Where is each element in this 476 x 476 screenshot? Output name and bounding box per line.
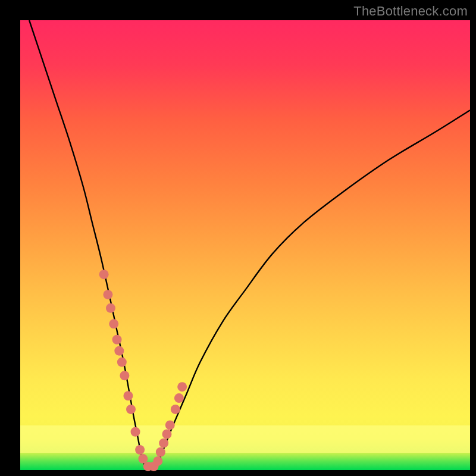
highlight-dot	[165, 420, 175, 430]
highlight-dot	[159, 439, 168, 448]
highlight-dot	[123, 391, 133, 400]
highlight-dot	[177, 382, 187, 392]
highlight-dot	[103, 290, 112, 299]
highlight-dot	[131, 427, 140, 437]
chart-svg	[20, 20, 470, 470]
highlight-dot	[171, 405, 180, 414]
highlight-dot	[120, 371, 129, 380]
highlight-dot	[126, 405, 136, 414]
highlight-dot	[109, 319, 118, 328]
highlight-dot	[112, 335, 122, 345]
highlight-dot	[153, 456, 162, 466]
chart-frame: TheBottleneck.com	[0, 0, 476, 476]
plot-area	[20, 20, 470, 470]
highlight-dot	[156, 447, 165, 457]
highlight-dot	[174, 393, 184, 403]
bottleneck-curve	[29, 20, 470, 469]
highlight-dots-group	[99, 270, 187, 471]
highlight-dot	[99, 270, 109, 279]
highlight-dot	[135, 445, 145, 455]
highlight-dot	[117, 358, 127, 367]
watermark-text: TheBottleneck.com	[353, 4, 468, 19]
highlight-dot	[114, 346, 124, 356]
highlight-dot	[162, 430, 171, 439]
highlight-dot	[106, 303, 115, 313]
